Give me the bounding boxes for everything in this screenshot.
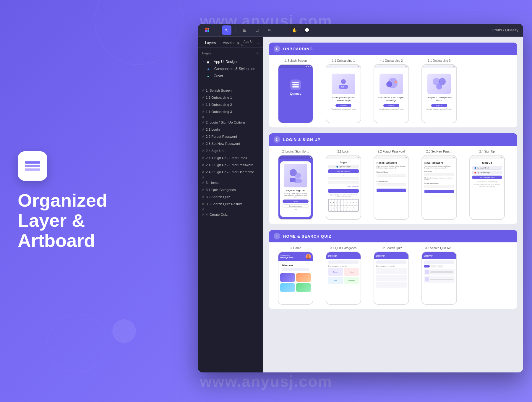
login-later-link[interactable]: Later bbox=[294, 208, 297, 210]
key-r[interactable]: R bbox=[338, 200, 340, 205]
forgot-title: Reset Password bbox=[377, 161, 406, 164]
ob1-link[interactable]: Already have an account? Login bbox=[331, 108, 356, 110]
key-s[interactable]: A bbox=[332, 205, 335, 211]
layer-item-17[interactable]: # 4. Create Quiz bbox=[198, 211, 263, 218]
ob1-btn[interactable]: Sign Up bbox=[335, 104, 351, 107]
filter-people[interactable] bbox=[437, 265, 443, 268]
result-row-2[interactable] bbox=[424, 276, 455, 283]
confirm-newpass-input[interactable] bbox=[424, 185, 454, 188]
google-login-btn[interactable]: 🔵 Login with Google bbox=[328, 165, 359, 168]
ob2-link[interactable]: Already have an account? Login bbox=[379, 108, 404, 110]
page-item-components[interactable]: ◈ – Components & Styleguide bbox=[198, 65, 263, 72]
key-e[interactable]: E bbox=[335, 200, 338, 205]
key-a[interactable] bbox=[329, 205, 332, 211]
layer-item-15[interactable]: # 3.2 Search Quiz bbox=[198, 193, 263, 200]
key-h[interactable]: G bbox=[343, 205, 346, 211]
hash-icon-7: # bbox=[202, 135, 204, 138]
facebook-signup-btn[interactable]: Sign Up with Facebook bbox=[472, 176, 502, 179]
key-i[interactable]: I bbox=[349, 200, 352, 205]
layer-item-5[interactable]: # 2. Login / Sign Up Options bbox=[198, 119, 263, 126]
cat-card-3[interactable] bbox=[280, 283, 295, 292]
layer-item-16[interactable]: # 3.3 Search Quiz Results bbox=[198, 200, 263, 208]
layer-item-8[interactable]: # 2.3 Set New Password bbox=[198, 140, 263, 147]
ob2-btn[interactable]: Sign Up bbox=[383, 104, 399, 107]
shape-tool[interactable]: □ bbox=[252, 25, 262, 35]
key-t[interactable]: T bbox=[341, 200, 343, 205]
key-k[interactable]: J bbox=[349, 205, 352, 211]
layer-item-10[interactable]: # 2.4.1 Sign Up - Enter Email bbox=[198, 154, 263, 161]
search-bar-mock[interactable] bbox=[282, 268, 309, 271]
pen-tool[interactable]: ✏ bbox=[265, 25, 274, 35]
ob3-btn[interactable]: Sign Up bbox=[431, 104, 447, 107]
cat-item-4[interactable]: Geography bbox=[344, 277, 359, 284]
hash-icon-5: # bbox=[202, 121, 204, 124]
file-tab[interactable]: ▣ – App UI D... ⌄ bbox=[237, 39, 259, 47]
layer-item-13[interactable]: # 3. Home bbox=[198, 179, 263, 186]
filter-quiz[interactable] bbox=[431, 265, 437, 268]
login-submit-btn[interactable] bbox=[328, 189, 359, 193]
forgot-confirm-input[interactable] bbox=[377, 183, 406, 186]
pages-add-btn[interactable]: + bbox=[256, 51, 259, 56]
hand-tool[interactable]: ✋ bbox=[290, 25, 299, 35]
results-search-input[interactable] bbox=[424, 260, 455, 264]
layer-item-1[interactable]: # 1. Splash Screen bbox=[198, 87, 263, 94]
key-g[interactable]: F bbox=[341, 205, 343, 211]
layer-item-4[interactable]: # 1.1 Onboarding 3 bbox=[198, 108, 263, 115]
layer-item-6[interactable]: # 2.1 Login bbox=[198, 126, 263, 133]
key-d[interactable]: S bbox=[335, 205, 338, 211]
layer-item-14[interactable]: # 3.1 Quiz Categories bbox=[198, 186, 263, 193]
search-result-2[interactable] bbox=[376, 275, 407, 281]
layer-item-2[interactable]: # 1.1 Onboarding 1 bbox=[198, 94, 263, 101]
key-f[interactable]: D bbox=[338, 205, 340, 211]
result-row-1[interactable] bbox=[424, 269, 455, 275]
comment-tool[interactable]: 💬 bbox=[302, 25, 312, 35]
googleoauth-signup-btn[interactable]: 🔴 Sign Up with Google bbox=[472, 171, 502, 174]
layer-item-9[interactable]: # 2.4 Sign Up bbox=[198, 147, 263, 154]
forgot-email-input[interactable] bbox=[377, 174, 406, 177]
facebook-login-btn[interactable]: Login with Facebook bbox=[328, 169, 359, 173]
search-result-3[interactable] bbox=[376, 282, 407, 288]
reset-btn[interactable] bbox=[377, 189, 406, 192]
cat-card-1[interactable] bbox=[280, 273, 295, 282]
key-j[interactable]: H bbox=[346, 205, 349, 211]
figma-logo-btn[interactable] bbox=[203, 25, 212, 35]
layer-item-3[interactable]: # 1.1 Onboarding 2 bbox=[198, 101, 263, 108]
key-q[interactable]: Q bbox=[329, 200, 332, 205]
frame-tool[interactable]: ⊞ bbox=[240, 25, 249, 35]
key-w[interactable]: W bbox=[332, 200, 335, 205]
page-item-app-ui[interactable]: ✓ ▣ – App UI Design bbox=[198, 58, 263, 65]
cat-item-3[interactable]: Math bbox=[328, 277, 343, 284]
email-input-mock[interactable] bbox=[328, 177, 359, 180]
text-tool[interactable]: T bbox=[277, 25, 287, 35]
tab-assets[interactable]: Assets bbox=[219, 39, 237, 47]
canvas-area[interactable]: 1. ONBOARDING 1. Splash Screen bbox=[263, 37, 523, 372]
reset-pass-btn[interactable] bbox=[424, 190, 454, 193]
layer-item-12[interactable]: # 2.4.3 Sign Up - Enter Username bbox=[198, 168, 263, 176]
tab-layers[interactable]: Layers bbox=[202, 39, 219, 47]
page-item-cover[interactable]: ● – Cover bbox=[198, 72, 263, 80]
cursor-tool[interactable]: ↖ bbox=[222, 25, 231, 35]
layer-item-11[interactable]: # 2.4.2 Sign Up - Enter Password bbox=[198, 161, 263, 168]
search-quiz-input[interactable] bbox=[376, 260, 407, 264]
quiz-cat-search[interactable] bbox=[328, 260, 359, 264]
search-result-1[interactable] bbox=[376, 268, 407, 274]
key-l[interactable]: K bbox=[352, 205, 355, 211]
layer-item-7[interactable]: # 2.2 Forgot Password bbox=[198, 133, 263, 140]
cat-item-2[interactable]: History bbox=[344, 268, 359, 276]
cat-card-4[interactable] bbox=[296, 283, 311, 292]
tool-sep-2 bbox=[236, 27, 236, 33]
create-account-btn[interactable]: Create an account bbox=[283, 204, 309, 208]
login-btn[interactable]: Login bbox=[283, 200, 309, 203]
password-input-mock[interactable] bbox=[328, 181, 359, 184]
key-o[interactable]: O bbox=[352, 200, 355, 205]
key-p[interactable]: P bbox=[355, 200, 358, 205]
key-y[interactable]: Y bbox=[343, 200, 346, 205]
google-signup-btn[interactable]: 🔵 Sign Up with Email bbox=[472, 166, 502, 170]
filter-all[interactable] bbox=[424, 265, 430, 268]
ob3-link[interactable]: Already have an account? Login bbox=[426, 108, 452, 110]
cat-item-1[interactable]: Science bbox=[328, 268, 343, 276]
cat-card-2[interactable] bbox=[296, 273, 311, 282]
key-u[interactable]: U bbox=[346, 200, 349, 205]
forgot-link[interactable]: Forgot password? bbox=[328, 186, 359, 187]
newpass-input[interactable] bbox=[424, 173, 454, 176]
